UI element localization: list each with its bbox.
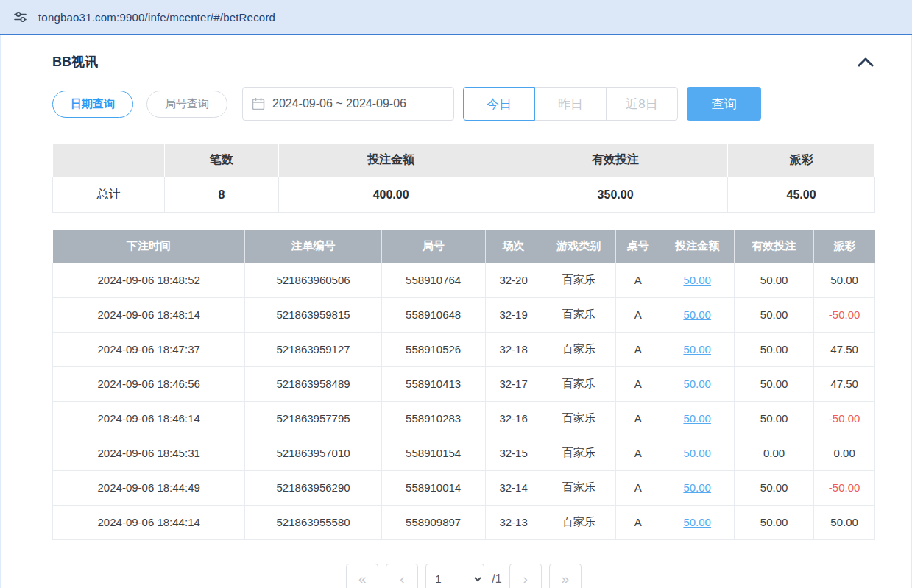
cell-table-no: A [616, 436, 660, 470]
bet-amount-link[interactable]: 50.00 [683, 308, 711, 321]
cell-round-no: 558910154 [381, 436, 485, 470]
cell-bet-amount: 50.00 [660, 436, 735, 470]
bet-amount-link[interactable]: 50.00 [683, 343, 711, 355]
cell-game-type: 百家乐 [542, 332, 616, 366]
prev-page-button[interactable]: ‹ [386, 564, 418, 588]
cell-valid-bet: 50.00 [734, 366, 813, 401]
table-row: 2024-09-06 18:48:52 521863960506 5589107… [53, 263, 875, 297]
panel-header: BB视讯 [52, 53, 875, 71]
records-tbody: 2024-09-06 18:48:52 521863960506 5589107… [53, 263, 875, 539]
table-row: 2024-09-06 18:44:14 521863955580 5589098… [53, 505, 875, 539]
left-chevron-icon: ‹ [400, 572, 404, 586]
summary-bet-amount-value: 400.00 [279, 177, 503, 213]
summary-count-value: 8 [164, 177, 278, 213]
cell-bet-id: 521863957010 [245, 436, 381, 470]
next-page-button[interactable]: › [509, 564, 542, 588]
summary-total-label: 总计 [53, 177, 165, 213]
cell-valid-bet: 50.00 [734, 297, 813, 332]
records-header-row: 下注时间 注单编号 局号 场次 游戏类别 桌号 投注金额 有效投注 派彩 [53, 230, 875, 263]
date-query-tab[interactable]: 日期查询 [52, 91, 133, 118]
search-button[interactable]: 查询 [687, 87, 761, 121]
cell-game-type: 百家乐 [542, 366, 616, 401]
header-bet-amount: 投注金额 [660, 230, 735, 263]
cell-valid-bet: 0.00 [734, 436, 813, 470]
cell-bet-time: 2024-09-06 18:46:56 [53, 366, 245, 401]
url-text[interactable]: tongbao31.com:9900/infe/mcenter/#/betRec… [38, 11, 275, 24]
cell-payout: 47.50 [814, 366, 875, 401]
bet-amount-link[interactable]: 50.00 [683, 481, 711, 494]
header-session: 场次 [485, 230, 542, 263]
round-query-tab[interactable]: 局号查询 [146, 91, 227, 118]
cell-bet-amount: 50.00 [660, 332, 735, 366]
cell-session: 32-13 [485, 505, 542, 539]
cell-session: 32-15 [485, 436, 542, 470]
cell-payout: 47.50 [814, 332, 875, 366]
cell-session: 32-14 [485, 470, 542, 505]
first-page-button[interactable]: « [346, 564, 378, 588]
bet-amount-link[interactable]: 50.00 [683, 516, 711, 528]
summary-header-valid-bet: 有效投注 [503, 144, 728, 177]
bet-amount-link[interactable]: 50.00 [683, 274, 711, 286]
collapse-button[interactable] [856, 54, 875, 70]
cell-session: 32-18 [485, 332, 542, 366]
cell-payout: 0.00 [814, 436, 875, 470]
date-range-value: 2024-09-06 ~ 2024-09-06 [272, 97, 406, 110]
cell-round-no: 558909897 [381, 505, 485, 539]
bet-amount-link[interactable]: 50.00 [683, 378, 711, 390]
cell-bet-amount: 50.00 [660, 263, 735, 297]
cell-bet-amount: 50.00 [660, 401, 735, 436]
cell-game-type: 百家乐 [542, 436, 616, 470]
right-chevron-icon: › [523, 572, 528, 586]
table-row: 2024-09-06 18:47:37 521863959127 5589105… [53, 332, 875, 366]
site-settings-icon[interactable] [13, 10, 28, 24]
cell-bet-time: 2024-09-06 18:48:52 [53, 263, 245, 297]
summary-valid-bet-value: 350.00 [503, 177, 728, 213]
cell-payout: 50.00 [814, 505, 875, 539]
cell-valid-bet: 50.00 [734, 332, 813, 366]
bet-amount-link[interactable]: 50.00 [683, 447, 711, 459]
summary-payout-value: 45.00 [728, 177, 875, 213]
calendar-icon [252, 97, 265, 110]
cell-round-no: 558910283 [381, 401, 485, 436]
date-range-picker[interactable]: 2024-09-06 ~ 2024-09-06 [242, 87, 454, 121]
cell-bet-time: 2024-09-06 18:47:37 [53, 332, 245, 366]
bet-record-panel: BB视讯 日期查询 局号查询 2024-09-06 ~ 2024-09-06 今… [0, 35, 912, 588]
cell-table-no: A [616, 505, 660, 539]
records-table: 下注时间 注单编号 局号 场次 游戏类别 桌号 投注金额 有效投注 派彩 202… [52, 230, 875, 540]
cell-bet-time: 2024-09-06 18:44:49 [53, 470, 245, 505]
summary-header-row: 笔数 投注金额 有效投注 派彩 [53, 144, 875, 177]
cell-round-no: 558910014 [381, 470, 485, 505]
cell-valid-bet: 50.00 [734, 505, 813, 539]
cell-game-type: 百家乐 [542, 263, 616, 297]
today-button[interactable]: 今日 [463, 87, 535, 121]
last-page-button[interactable]: » [549, 564, 582, 588]
cell-bet-amount: 50.00 [660, 470, 735, 505]
cell-bet-id: 521863958489 [245, 366, 381, 401]
cell-bet-time: 2024-09-06 18:48:14 [53, 297, 245, 332]
yesterday-button[interactable]: 昨日 [534, 87, 607, 121]
cell-game-type: 百家乐 [542, 470, 616, 505]
table-row: 2024-09-06 18:46:14 521863957795 5589102… [53, 401, 875, 436]
cell-bet-time: 2024-09-06 18:44:14 [53, 505, 245, 539]
page-title: BB视讯 [52, 53, 98, 71]
summary-header-payout: 派彩 [728, 144, 875, 177]
cell-bet-id: 521863956290 [245, 470, 381, 505]
cell-session: 32-20 [485, 263, 542, 297]
last-8-days-button[interactable]: 近8日 [606, 87, 678, 121]
cell-valid-bet: 50.00 [734, 470, 813, 505]
cell-bet-id: 521863955580 [245, 505, 381, 539]
cell-session: 32-16 [485, 401, 542, 436]
summary-total-row: 总计 8 400.00 350.00 45.00 [53, 177, 875, 213]
table-row: 2024-09-06 18:46:56 521863958489 5589104… [53, 366, 875, 401]
cell-bet-id: 521863959815 [245, 297, 381, 332]
summary-header-bet-amount: 投注金额 [279, 144, 503, 177]
bet-amount-link[interactable]: 50.00 [683, 412, 711, 425]
header-round-no: 局号 [381, 230, 485, 263]
cell-bet-id: 521863957795 [245, 401, 381, 436]
cell-valid-bet: 50.00 [734, 263, 813, 297]
page-select[interactable]: 1 [425, 564, 484, 588]
summary-header-count: 笔数 [164, 144, 278, 177]
cell-round-no: 558910764 [381, 263, 485, 297]
cell-session: 32-19 [485, 297, 542, 332]
cell-session: 32-17 [485, 366, 542, 401]
